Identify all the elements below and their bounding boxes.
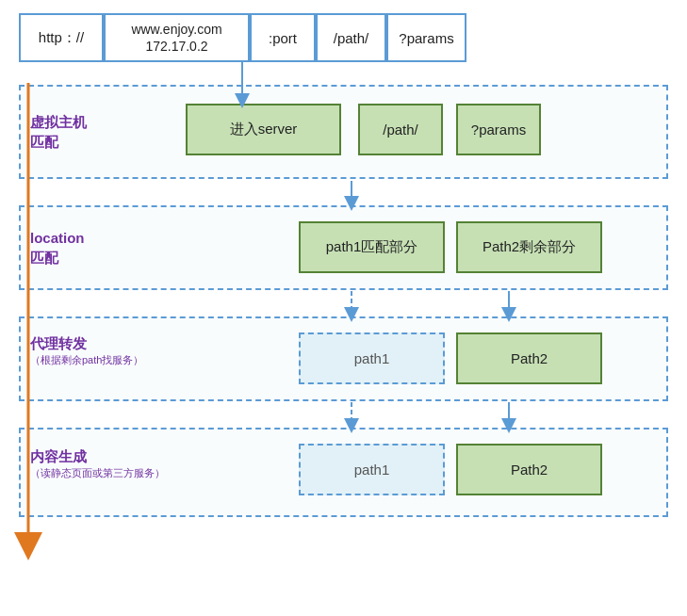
location-label: location 匹配 [30, 228, 85, 267]
location-path1-box: path1匹配部分 [299, 221, 445, 273]
proxy-path1-box: path1 [299, 332, 445, 384]
section-location: location 匹配 path1匹配部分 Path2剩余部分 [19, 205, 668, 290]
url-bar: http：// www.enjoy.com 172.17.0.2 :port /… [19, 11, 668, 64]
vhost-label: 虚拟主机 匹配 [30, 112, 87, 152]
content-label: 内容生成 （读静态页面或第三方服务） [30, 446, 165, 480]
diagram-container: http：// www.enjoy.com 172.17.0.2 :port /… [0, 0, 687, 616]
url-http: http：// [19, 13, 104, 62]
url-port: :port [250, 13, 316, 62]
section-vhost: 虚拟主机 匹配 进入server /path/ ?params [19, 85, 668, 179]
section-proxy: 代理转发 （根据剩余path找服务） path1 Path2 [19, 316, 668, 401]
vhost-server-box: 进入server [186, 104, 341, 155]
content-path2-box: Path2 [456, 444, 602, 495]
location-path2-box: Path2剩余部分 [456, 221, 602, 273]
content-path1-box: path1 [299, 444, 445, 495]
section-content: 内容生成 （读静态页面或第三方服务） path1 Path2 [19, 428, 668, 517]
vhost-path-box: /path/ [358, 104, 443, 155]
vhost-params-box: ?params [456, 104, 541, 155]
proxy-path2-box: Path2 [456, 332, 602, 384]
url-path-segment: /path/ [316, 13, 386, 62]
proxy-label: 代理转发 （根据剩余path找服务） [30, 333, 143, 367]
url-domain: www.enjoy.com 172.17.0.2 [104, 13, 250, 62]
url-params-segment: ?params [386, 13, 466, 62]
